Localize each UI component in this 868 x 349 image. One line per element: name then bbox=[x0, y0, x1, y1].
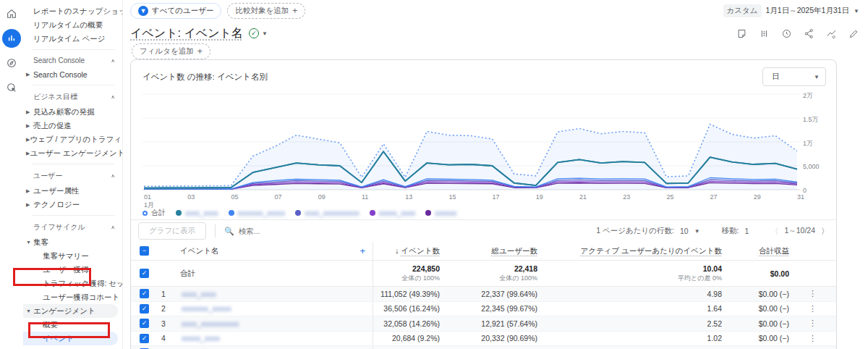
sidebar-item[interactable]: 集客サマリー bbox=[23, 249, 122, 263]
sidebar-item[interactable]: ユーザー獲得 bbox=[23, 263, 122, 277]
sidebar-item[interactable]: ▼集客 bbox=[23, 235, 122, 249]
totals-label: 合計 bbox=[180, 269, 195, 279]
event-count-cell: 20,684 (9.2%) bbox=[373, 334, 440, 342]
sidebar-item[interactable]: ユーザー獲得コホート bbox=[23, 290, 122, 304]
granularity-select[interactable]: 日 ▼ bbox=[762, 67, 826, 86]
y-axis-tick: 5,000 bbox=[803, 163, 820, 170]
audience-chip[interactable]: ▼ すべてのユーザー bbox=[130, 3, 221, 19]
sidebar-item[interactable]: イベント bbox=[23, 332, 118, 345]
insights-clock-icon[interactable] bbox=[781, 28, 792, 39]
x-axis-tick: 03 bbox=[187, 193, 195, 201]
x-axis-tick: 15 bbox=[448, 193, 456, 201]
edit-icon[interactable] bbox=[848, 28, 859, 39]
add-comparison-chip[interactable]: 比較対象を追加 + bbox=[227, 3, 305, 19]
share-icon[interactable] bbox=[804, 28, 814, 39]
title-row: イベント: イベント名 ✓ ▼ bbox=[129, 23, 868, 43]
column-header-events[interactable]: イベント数 bbox=[401, 246, 440, 255]
goto-value[interactable]: 1 bbox=[745, 227, 749, 235]
column-header-revenue[interactable]: 合計収益 bbox=[759, 246, 789, 255]
row-menu-icon[interactable]: ⋮ bbox=[789, 304, 836, 314]
add-filter-chip[interactable]: フィルタを追加 + bbox=[132, 43, 210, 59]
event-name-link[interactable]: xxxxxxx_xxxxx bbox=[180, 304, 231, 313]
x-axis-tick: 07 bbox=[275, 193, 282, 201]
legend-item[interactable]: xxxx_xxxx bbox=[176, 209, 218, 217]
row-menu-icon[interactable]: ⋮ bbox=[789, 334, 836, 343]
table-search[interactable]: 🔍 bbox=[224, 227, 354, 236]
event-name-link[interactable]: xxxxx_xxxx bbox=[180, 334, 220, 342]
page-range: 1～10/24 bbox=[784, 226, 815, 236]
note-icon[interactable] bbox=[736, 28, 747, 39]
chevron-down-icon[interactable]: ▼ bbox=[694, 228, 700, 235]
sidebar-item[interactable]: ▶テクノロジー bbox=[23, 198, 122, 211]
event-name-link[interactable]: xxxx_xxxx bbox=[180, 290, 216, 298]
legend-item[interactable]: xxxx_xxxxxxxxxx bbox=[295, 209, 359, 217]
sidebar-item[interactable]: ▼エンゲージメント bbox=[23, 304, 118, 318]
revenue-cell: $0.00 (−) bbox=[722, 319, 789, 328]
plot-rows-button[interactable]: グラフに表示 bbox=[138, 222, 206, 240]
sidebar-item[interactable]: ページとスクリーン bbox=[23, 345, 122, 349]
next-page-icon[interactable]: 〉 bbox=[821, 226, 829, 237]
sidebar-item[interactable]: トラフィック獲得: セッショ… bbox=[23, 277, 122, 290]
legend-item[interactable]: xxxxxx bbox=[425, 209, 456, 217]
row-checkbox[interactable]: ✓ bbox=[140, 334, 149, 343]
total-users-cell: 22,345 (99.67%) bbox=[440, 304, 537, 313]
column-header-event-name[interactable]: イベント名 bbox=[180, 246, 218, 256]
sidebar-item-label: テクノロジー bbox=[33, 200, 80, 210]
explore-icon[interactable] bbox=[2, 54, 21, 72]
sidebar-item[interactable]: ▶売上の促進 bbox=[23, 119, 122, 133]
home-icon[interactable] bbox=[2, 4, 21, 23]
chevron-collapsed-icon: ▶ bbox=[26, 123, 33, 129]
sidebar-section-header[interactable]: ユーザー∧ bbox=[23, 168, 122, 184]
sidebar-item[interactable]: ▶Search Console bbox=[23, 67, 122, 81]
row-menu-icon[interactable]: ⋮ bbox=[789, 289, 836, 298]
x-axis-tick: 25 bbox=[666, 193, 673, 201]
column-header-per-user[interactable]: アクティブ ユーザーあたりのイベント数 bbox=[580, 246, 722, 255]
insights-spark-icon[interactable] bbox=[826, 28, 837, 39]
chevron-down-icon: ▼ bbox=[854, 8, 859, 14]
chevron-collapsed-icon: ▶ bbox=[26, 202, 33, 208]
row-checkbox[interactable]: ✓ bbox=[140, 304, 149, 314]
sidebar-section-header[interactable]: ビジネス目標∧ bbox=[23, 89, 122, 105]
chevron-down-icon[interactable]: ▼ bbox=[262, 30, 268, 37]
line-chart[interactable]: 2万1.5万1万5,0000 bbox=[142, 92, 800, 192]
report-toolbar bbox=[736, 28, 859, 39]
event-count-cell: 32,058 (14.26%) bbox=[373, 319, 440, 328]
reports-icon[interactable] bbox=[2, 29, 21, 48]
y-axis-labels: 2万1.5万1万5,0000 bbox=[803, 92, 832, 192]
chevron-up-icon: ∧ bbox=[111, 173, 115, 178]
advertising-icon[interactable] bbox=[2, 78, 21, 97]
prev-page-icon[interactable]: 〈 bbox=[770, 226, 778, 237]
search-input[interactable] bbox=[239, 227, 340, 235]
row-menu-icon[interactable]: ⋮ bbox=[789, 319, 836, 328]
sidebar-item[interactable]: ▶ウェブ / アプリのトラフィック… bbox=[23, 133, 122, 146]
sidebar-item[interactable]: レポートのスナップショット bbox=[23, 4, 122, 18]
totals-per-user-sub: 平均との差 0% bbox=[537, 274, 722, 283]
legend-item[interactable]: xxxxxxx_xxxxx bbox=[229, 209, 286, 217]
add-column-icon[interactable]: + bbox=[359, 245, 373, 256]
data-quality-check-icon[interactable]: ✓ bbox=[249, 28, 259, 38]
legend-item[interactable]: xxxxx_xxxx bbox=[370, 209, 416, 217]
events-table: − イベント名 + ↓ イベント数 総ユーザー数 アクティブ ユーザーあたりのイ… bbox=[131, 242, 836, 349]
sidebar-item[interactable]: ▶ユーザー エンゲージメントと… bbox=[23, 146, 122, 160]
column-header-users[interactable]: 総ユーザー数 bbox=[492, 246, 538, 255]
sidebar-section-header[interactable]: ライフサイクル∧ bbox=[23, 219, 122, 235]
sidebar-item[interactable]: リアルタイム ページ bbox=[23, 32, 122, 46]
comparison-icon[interactable] bbox=[759, 28, 770, 39]
chart-zone: 2万1.5万1万5,0000 011月030507091113151719212… bbox=[142, 92, 800, 219]
sidebar-item-label: Search Console bbox=[33, 70, 88, 79]
event-name-link[interactable]: xxxx_xxxxxxxxxx bbox=[180, 319, 239, 328]
row-checkbox[interactable]: ✓ bbox=[140, 319, 149, 328]
date-range-selector[interactable]: カスタム 1月1日～2025年1月31日 ▼ bbox=[723, 4, 859, 17]
legend-label: xxxx_xxxx bbox=[185, 209, 218, 217]
divider bbox=[32, 164, 115, 164]
sidebar-item[interactable]: ▶見込み顧客の発掘 bbox=[23, 105, 122, 119]
select-all-checkbox[interactable]: − bbox=[140, 246, 149, 256]
page-title[interactable]: イベント: イベント名 bbox=[130, 26, 243, 41]
sidebar-item[interactable]: ▶ユーザー属性 bbox=[23, 184, 122, 198]
rows-per-page-value[interactable]: 10 bbox=[680, 227, 689, 235]
sidebar-item[interactable]: リアルタイムの概要 bbox=[23, 18, 122, 32]
sidebar-item[interactable]: 概要 bbox=[23, 318, 122, 332]
row-checkbox[interactable]: ✓ bbox=[140, 289, 149, 298]
totals-checkbox[interactable]: ✓ bbox=[140, 269, 149, 278]
sidebar-section-header[interactable]: Search Console∧ bbox=[23, 54, 122, 67]
